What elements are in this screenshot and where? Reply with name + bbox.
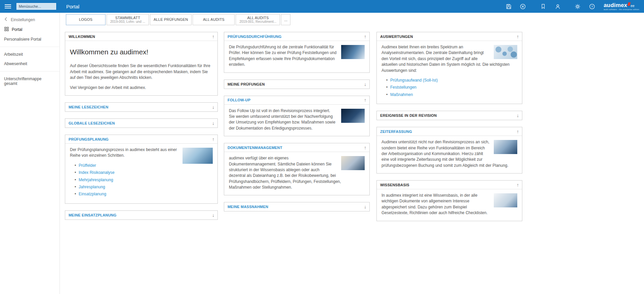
pruefungsplanung-links: Prüffelder Index Risikoanalyse Mehrjahre… [75, 163, 213, 197]
panel-meine-lesezeichen-header[interactable]: MEINE LESEZEICHEN ↓ [65, 103, 217, 111]
tab-more[interactable]: ... [281, 14, 290, 25]
collapse-arrow-icon[interactable]: ↑ [364, 98, 366, 102]
panel-wissensbasis: WISSENSBASIS ↑ In audimex integriert ist… [376, 180, 522, 221]
link-einsatzplanung[interactable]: Einsatzplanung [79, 192, 106, 196]
welcome-heading: Willkommen zu audimex! [70, 47, 213, 57]
sidebar-item-arbeitszeit[interactable]: Arbeitszeit [0, 50, 59, 59]
panel-pruefungsplanung-header[interactable]: PRÜFUNGSPLANUNG ↑ [65, 135, 217, 144]
panel-meine-pruefungen-header[interactable]: MEINE PRÜFUNGEN ↓ [224, 80, 369, 89]
sidebar-item-label: Arbeitszeit [4, 52, 23, 57]
settings-icon[interactable] [574, 3, 581, 10]
help-icon[interactable]: ? [589, 3, 596, 10]
panel-auswertungen: AUSWERTUNGEN ↑ Audimex bietet Ihnen ein … [376, 32, 522, 104]
expand-arrow-icon[interactable]: ↓ [364, 204, 366, 209]
list-item: Maßnahmen [386, 92, 517, 98]
panel-title: FOLLOW-UP [228, 98, 250, 102]
panel-meine-massnahmen: MEINE MASSNAHMEN ↓ [224, 202, 370, 211]
tab-all-audits[interactable]: ALL AUDITS [193, 14, 235, 25]
sidebar-item-label: Unterschriftenmappe gesamt [4, 77, 55, 86]
panel-title: MEINE PRÜFUNGEN [228, 82, 265, 86]
tab-all-audits-2[interactable]: ALL AUDITS 2019-001, Recruitment... [236, 14, 280, 25]
link-index-risikoanalyse[interactable]: Index Risikoanalyse [79, 170, 115, 175]
collapse-arrow-icon[interactable]: ↑ [212, 34, 214, 39]
collapse-arrow-icon[interactable]: ↑ [364, 34, 366, 39]
page-title: Portal [66, 4, 79, 9]
expand-arrow-icon[interactable]: ↓ [212, 105, 214, 109]
panel-dokumentenmanagement: DOKUMENTENMANAGEMENT ↑ audimex verfügt ü… [224, 143, 370, 195]
sidebar-item-label: Personalisiere Portal [4, 37, 41, 42]
panel-title: WISSENSBASIS [380, 183, 409, 187]
panel-pruefungsdurchfuehrung-header[interactable]: PRÜFUNGSDURCHFÜHRUNG ↑ [224, 32, 369, 41]
welcome-paragraph-2: Viel Vergnügen bei der Arbeit mit audime… [70, 85, 213, 91]
list-item: Feststellungen [386, 85, 517, 90]
user-icon[interactable] [555, 3, 561, 10]
sidebar-item-portal[interactable]: Portal [0, 24, 59, 35]
sidebar-item-personalisiere-portal[interactable]: Personalisiere Portal [0, 35, 59, 44]
panel-title: MEINE LESEZEICHEN [69, 105, 108, 109]
panel-meine-einsatzplanung-header[interactable]: MEINE EINSATZPLANUNG ↓ [65, 211, 217, 219]
pen-paper-photo [494, 193, 517, 207]
tab-stammblatt[interactable]: STAMMBLATT 2019-003, Lohn- und ... [107, 14, 149, 25]
tab-logos[interactable]: LOGOS [66, 14, 106, 25]
panel-meine-einsatzplanung: MEINE EINSATZPLANUNG ↓ [65, 210, 218, 220]
cancel-icon[interactable] [520, 3, 526, 10]
svg-text:?: ? [591, 5, 593, 8]
sidebar-item-abwesenheit[interactable]: Abwesenheit [0, 59, 59, 68]
sidebar-back-einstellungen[interactable]: Einstellungen [0, 13, 59, 24]
panel-title: EREIGNISSE IN DER REVISION [380, 113, 437, 117]
link-jahresplanung[interactable]: Jahresplanung [79, 185, 105, 189]
bookmark-icon[interactable] [540, 3, 547, 10]
panel-title: WILLKOMMEN [69, 35, 95, 39]
link-pruefungsaufwand-soll-ist[interactable]: Prüfungsaufwand (Soll-Ist) [390, 78, 438, 83]
audimex-logo: audimex ee audit software - the enterpri… [604, 2, 639, 11]
tab-alle-pruefungen[interactable]: ALLE PRÜFUNGEN [150, 14, 192, 25]
calculator-photo [494, 140, 517, 154]
panel-title: AUSWERTUNGEN [380, 35, 413, 39]
menu-icon[interactable] [5, 4, 11, 8]
list-item: Index Risikoanalyse [75, 170, 213, 176]
column-right: AUSWERTUNGEN ↑ Audimex bietet Ihnen ein … [376, 32, 522, 228]
panel-auswertungen-header[interactable]: AUSWERTUNGEN ↑ [377, 32, 522, 41]
collapse-arrow-icon[interactable]: ↑ [364, 145, 366, 150]
save-icon[interactable] [506, 3, 512, 10]
panel-dokumentenmanagement-header[interactable]: DOKUMENTENMANAGEMENT ↑ [224, 143, 369, 152]
expand-arrow-icon[interactable]: ↓ [364, 82, 366, 87]
panel-title: ZEITERFASSUNG [380, 130, 412, 134]
link-feststellungen[interactable]: Feststellungen [390, 85, 416, 90]
panel-globale-lesezeichen-header[interactable]: GLOBALE LESEZEICHEN ↓ [65, 119, 217, 128]
panel-meine-massnahmen-header[interactable]: MEINE MASSNAHMEN ↓ [224, 202, 369, 211]
panel-wissensbasis-header[interactable]: WISSENSBASIS ↑ [377, 181, 522, 189]
collapse-arrow-icon[interactable]: ↑ [517, 183, 519, 187]
expand-arrow-icon[interactable]: ↓ [517, 113, 519, 118]
list-item: Einsatzplanung [75, 191, 213, 197]
link-mehrjahresplanung[interactable]: Mehrjahresplanung [79, 178, 113, 182]
collapse-arrow-icon[interactable]: ↑ [517, 34, 519, 39]
panel-meine-lesezeichen: MEINE LESEZEICHEN ↓ [65, 102, 218, 112]
topbar-actions: ? audimex ee audit software - the enterp… [506, 2, 644, 11]
panel-zeiterfassung: ZEITERFASSUNG ↑ Audimex unterstützt nich… [376, 127, 522, 174]
panel-follow-up-header[interactable]: FOLLOW-UP ↑ [224, 96, 369, 105]
panel-ereignisse-header[interactable]: EREIGNISSE IN DER REVISION ↓ [377, 111, 522, 120]
list-item: Prüffelder [75, 163, 213, 168]
grid-icon [4, 27, 9, 32]
panel-title: PRÜFUNGSPLANUNG [69, 137, 109, 141]
collapse-arrow-icon[interactable]: ↑ [517, 129, 519, 134]
panel-zeiterfassung-header[interactable]: ZEITERFASSUNG ↑ [377, 127, 522, 136]
expand-arrow-icon[interactable]: ↓ [212, 213, 214, 217]
link-massnahmen[interactable]: Maßnahmen [390, 92, 413, 97]
menu-search-input[interactable] [16, 3, 56, 10]
panel-meine-pruefungen: MEINE PRÜFUNGEN ↓ [224, 80, 370, 89]
list-item: Prüfungsaufwand (Soll-Ist) [386, 78, 517, 83]
expand-arrow-icon[interactable]: ↓ [212, 121, 214, 126]
link-prueffelder[interactable]: Prüffelder [79, 163, 96, 168]
sidebar: Einstellungen Portal Personalisiere Port… [0, 13, 60, 294]
sidebar-back-label: Einstellungen [11, 17, 35, 22]
panel-title: MEINE MASSNAHMEN [228, 205, 268, 209]
panel-willkommen-header[interactable]: WILLKOMMEN ↑ [65, 32, 217, 41]
panel-willkommen: WILLKOMMEN ↑ Willkommen zu audimex! Auf … [65, 32, 218, 96]
pills-photo [494, 45, 517, 59]
logo-red-mark-icon [628, 2, 631, 6]
collapse-arrow-icon[interactable]: ↑ [212, 137, 214, 142]
sidebar-item-unterschriftenmappe-gesamt[interactable]: Unterschriftenmappe gesamt [0, 74, 59, 88]
sidebar-item-label: Portal [12, 27, 22, 32]
